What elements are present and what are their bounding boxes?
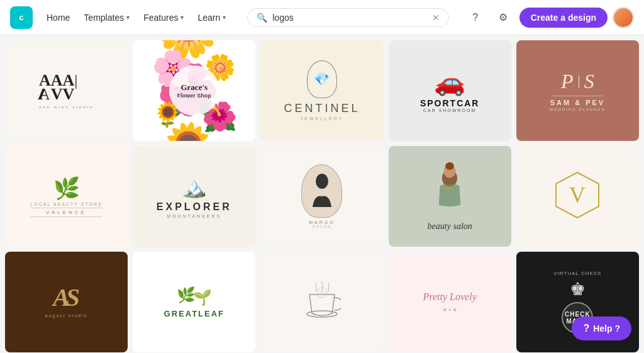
logo-display: AAA| AVV ann wren studio (39, 72, 94, 109)
svg-point-5 (445, 162, 454, 169)
card-content: 💎 CENTINEL JEWELLERY (260, 40, 383, 141)
logo-display (303, 279, 341, 325)
list-item[interactable]: 🌸🌼🌺🌻🌹 Grace's Flower Shop 🌸 🌺 🌼 🌻 (133, 40, 255, 141)
search-icon: 🔍 (257, 13, 267, 23)
logo-display: 🌿 🌱 GREATLEAF (164, 286, 225, 318)
logo-display: 🌿 LOCAL BEAUTY STORE VALENCE (30, 176, 102, 217)
svg-point-8 (452, 188, 454, 189)
card-content: AS august studio (5, 252, 128, 352)
learn-label: Learn (197, 13, 220, 23)
logo-display: 💎 CENTINEL JEWELLERY (284, 60, 360, 121)
nav-features[interactable]: Features ▾ (137, 9, 190, 26)
list-item[interactable]: MARGO SALON (260, 146, 383, 247)
list-item[interactable] (260, 252, 383, 352)
search-bar[interactable]: 🔍 ✕ (247, 8, 449, 27)
canva-logo[interactable]: c (10, 6, 33, 29)
list-item[interactable]: V (516, 146, 639, 247)
logo-display: beauty salon (425, 162, 475, 232)
card-content: 🌿 LOCAL BEAUTY STORE VALENCE (5, 146, 128, 247)
card-content (260, 252, 383, 352)
logo-display: MARGO SALON (301, 164, 342, 228)
templates-chevron-icon: ▾ (126, 14, 130, 21)
help-icon: ? (583, 323, 589, 334)
svg-point-6 (448, 186, 450, 188)
logo-display: AS august studio (45, 287, 88, 318)
settings-icon[interactable]: ⚙ (492, 6, 514, 29)
nav-learn[interactable]: Learn ▾ (191, 9, 232, 26)
svg-point-11 (307, 311, 337, 317)
avatar-image (614, 8, 633, 27)
logo-grid: AAA| AVV ann wren studio 🌸🌼🌺🌻🌹 Grace's F… (0, 35, 644, 353)
list-item[interactable]: 💎 CENTINEL JEWELLERY (260, 40, 383, 141)
card-content: 🌸🌼🌺🌻🌹 Grace's Flower Shop 🌸 🌺 🌼 🌻 (133, 40, 255, 141)
learn-chevron-icon: ▾ (223, 14, 226, 21)
card-content: V (516, 146, 639, 247)
templates-label: Templates (84, 13, 124, 23)
list-item[interactable]: beauty salon (389, 146, 511, 247)
help-label: Help ? (593, 323, 620, 333)
card-content: beauty salon (389, 146, 511, 247)
card-content: MARGO SALON (260, 146, 383, 247)
create-design-button[interactable]: Create a design (519, 8, 608, 28)
list-item[interactable]: 🌿 LOCAL BEAUTY STORE VALENCE (5, 146, 128, 247)
help-button[interactable]: ? Help ? (572, 317, 631, 340)
card-content: AAA| AVV ann wren studio (5, 40, 128, 141)
list-item[interactable]: P S SAM & PEV WEDDING PLANNER (516, 40, 639, 141)
svg-text:c: c (19, 13, 24, 22)
list-item[interactable]: Pretty Lovely ✦ • ✦ (389, 252, 511, 352)
help-circle-icon[interactable]: ? (464, 6, 487, 29)
avatar[interactable] (613, 7, 634, 28)
logo-display: V (552, 170, 602, 223)
svg-point-7 (446, 188, 448, 189)
main-nav: Home Templates ▾ Features ▾ Learn ▾ (40, 9, 232, 26)
nav-templates[interactable]: Templates ▾ (77, 9, 136, 26)
clear-search-icon[interactable]: ✕ (432, 13, 440, 23)
list-item[interactable]: 🏔️ EXPLORER MOUNTANEERS (133, 146, 255, 247)
card-content: Pretty Lovely ✦ • ✦ (389, 252, 511, 352)
header: c Home Templates ▾ Features ▾ Learn ▾ 🔍 … (0, 0, 644, 35)
features-chevron-icon: ▾ (180, 14, 184, 21)
logo-display: 🚗 SPORTCAR CAR SHOWROOM (420, 69, 480, 113)
home-label: Home (47, 13, 70, 23)
logo-display: Pretty Lovely ✦ • ✦ (423, 291, 477, 313)
logo-display: 🏔️ EXPLORER MOUNTANEERS (157, 175, 232, 218)
card-content: 🏔️ EXPLORER MOUNTANEERS (133, 146, 255, 247)
logo-display: P S SAM & PEV WEDDING PLANNER (550, 70, 606, 111)
svg-text:V: V (569, 182, 586, 208)
list-item[interactable]: 🌿 🌱 GREATLEAF (133, 252, 255, 352)
logo-display: 🌸🌼🌺🌻🌹 Grace's Flower Shop 🌸 🌺 🌼 🌻 (157, 53, 232, 128)
features-label: Features (143, 13, 178, 23)
nav-home[interactable]: Home (40, 9, 76, 26)
list-item[interactable]: 🚗 SPORTCAR CAR SHOWROOM (389, 40, 511, 141)
list-item[interactable]: AS august studio (5, 252, 128, 352)
card-content: 🚗 SPORTCAR CAR SHOWROOM (389, 40, 511, 141)
search-input[interactable] (272, 13, 427, 23)
card-content: 🌿 🌱 GREATLEAF (133, 252, 255, 352)
header-actions: ? ⚙ Create a design (464, 6, 634, 29)
card-content: P S SAM & PEV WEDDING PLANNER (516, 40, 639, 141)
svg-point-2 (316, 174, 328, 189)
list-item[interactable]: AAA| AVV ann wren studio (5, 40, 128, 141)
